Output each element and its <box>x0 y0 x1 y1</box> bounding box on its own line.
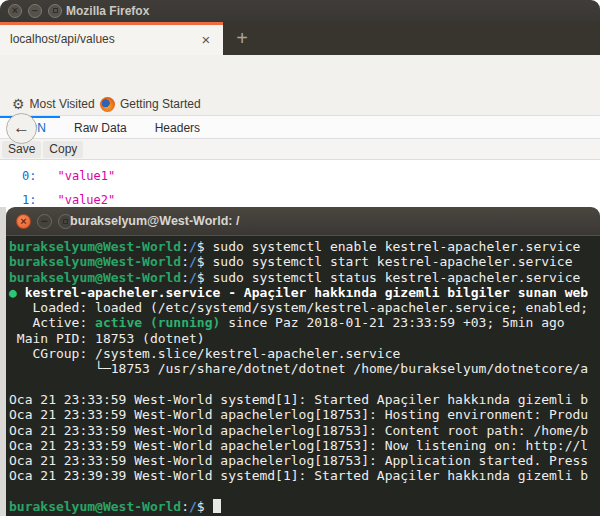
screen: × − Mozilla Firefox localhost/api/values… <box>0 0 600 516</box>
bookmark-getting-started[interactable]: Getting Started <box>100 93 201 115</box>
bookmark-label: Getting Started <box>120 97 201 111</box>
terminal-titlebar: × − burakselyum@West-World: / <box>6 207 600 236</box>
terminal-line: Oca 21 23:33:59 West-World apachelerlog[… <box>9 438 600 453</box>
terminal-line: CGroup: /system.slice/kestrel-apacheler.… <box>9 346 600 361</box>
terminal-line: └─18753 /usr/share/dotnet/dotnet /home/b… <box>9 361 600 376</box>
terminal-line: burakselyum@West-World:/$ <box>9 499 600 514</box>
tab-bar: localhost/api/values × + <box>0 22 600 55</box>
tab-raw-data[interactable]: Raw Data <box>60 116 141 138</box>
tab-label: localhost/api/values <box>10 25 115 55</box>
terminal-line <box>9 484 600 499</box>
json-row: 0:"value1" <box>0 164 600 188</box>
bookmarks-bar: ⚙ Most Visited Getting Started <box>0 93 600 116</box>
json-viewer-tabs: JSON Raw Data Headers <box>0 116 600 139</box>
terminal-lines: burakselyum@West-World:/$ sudo systemctl… <box>9 239 600 514</box>
terminal-line: Loaded: loaded (/etc/systemd/system/kest… <box>9 300 600 315</box>
terminal-line: Main PID: 18753 (dotnet) <box>9 331 600 346</box>
terminal-line: Oca 21 23:33:59 West-World systemd[1]: S… <box>9 392 600 407</box>
terminal-window: × − burakselyum@West-World: / burakselyu… <box>6 207 600 516</box>
bookmark-label: Most Visited <box>30 97 95 111</box>
terminal-line: ● kestrel-apacheler.service - Apaçiler h… <box>9 285 600 300</box>
back-button[interactable]: ← <box>6 113 37 144</box>
firefox-titlebar: × − Mozilla Firefox <box>0 0 600 22</box>
maximize-icon[interactable] <box>48 4 62 18</box>
firefox-logo-icon <box>100 97 115 112</box>
new-tab-button[interactable]: + <box>228 24 256 53</box>
close-icon[interactable]: × <box>8 4 22 18</box>
navigation-toolbar: ← → ↻ ⌂ i localhost/api/values ••• ☆ <box>0 55 600 93</box>
terminal-body[interactable]: burakselyum@West-World:/$ sudo systemctl… <box>6 236 600 516</box>
maximize-glyph <box>63 219 68 224</box>
copy-button[interactable]: Copy <box>43 141 83 158</box>
json-key: 0: <box>22 164 36 188</box>
terminal-title: burakselyum@West-World: / <box>70 207 239 236</box>
terminal-cursor <box>213 499 221 513</box>
terminal-line: burakselyum@West-World:/$ sudo systemctl… <box>9 254 600 269</box>
terminal-line: burakselyum@West-World:/$ sudo systemctl… <box>9 239 600 254</box>
json-value: "value1" <box>57 164 115 188</box>
minimize-icon[interactable]: − <box>37 214 52 229</box>
terminal-line: Oca 21 23:39:39 West-World systemd[1]: S… <box>9 468 600 483</box>
terminal-line: Active: active (running) since Paz 2018-… <box>9 315 600 330</box>
terminal-line: Oca 21 23:33:59 West-World apachelerlog[… <box>9 407 600 422</box>
window-title: Mozilla Firefox <box>66 0 149 22</box>
terminal-line: Oca 21 23:33:59 West-World apachelerlog[… <box>9 423 600 438</box>
tab-headers[interactable]: Headers <box>141 116 214 138</box>
json-rows: 0:"value1"1:"value2" <box>0 164 600 212</box>
close-icon[interactable]: × <box>16 214 31 229</box>
gear-icon: ⚙ <box>12 97 25 111</box>
terminal-line <box>9 377 600 392</box>
terminal-line: burakselyum@West-World:/$ sudo systemctl… <box>9 270 600 285</box>
terminal-line: Oca 21 23:33:59 West-World apachelerlog[… <box>9 453 600 468</box>
minimize-icon[interactable]: − <box>28 4 42 18</box>
maximize-glyph <box>53 8 58 13</box>
json-viewer-toolbar: Save Copy <box>0 139 600 160</box>
tab-localhost-api-values[interactable]: localhost/api/values × <box>0 22 223 55</box>
bookmark-most-visited[interactable]: ⚙ Most Visited <box>12 93 95 115</box>
tab-close-icon[interactable]: × <box>196 30 216 50</box>
